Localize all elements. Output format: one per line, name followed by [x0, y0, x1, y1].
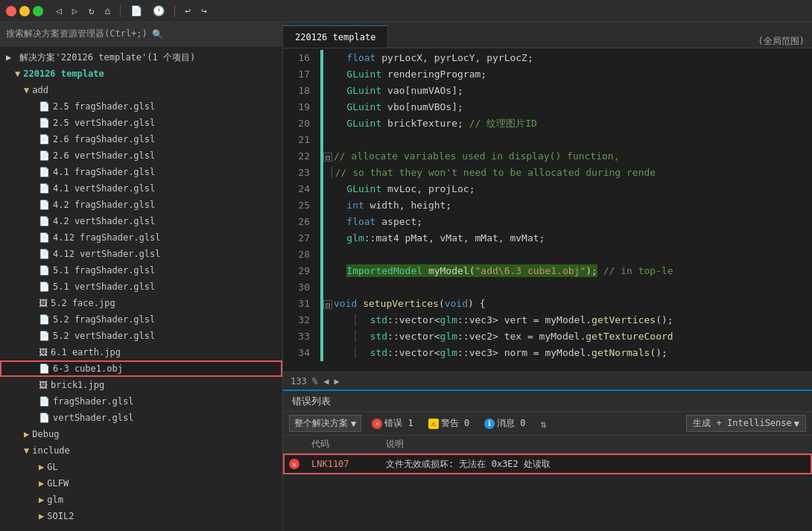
line-num: 19	[283, 99, 310, 115]
file-icon: 📄	[39, 331, 50, 341]
list-item[interactable]: 📄 4.2 fragShader.glsl	[0, 197, 282, 213]
file-icon: 📄	[39, 101, 50, 112]
filter-label: 整个解决方案	[294, 417, 348, 430]
file-icon: 📄	[39, 314, 50, 325]
tree-item-glm[interactable]: ▶ glm	[0, 492, 282, 508]
home-btn[interactable]: ⌂	[101, 4, 114, 18]
line-num: 16	[283, 50, 310, 66]
file-btn[interactable]: 📄	[127, 4, 146, 18]
editor-area: 220126 template (全局范围) 16 17 18 19 20	[283, 22, 812, 531]
list-item[interactable]: 📄 2.5 vertShader.glsl	[0, 115, 282, 131]
col-header-desc[interactable]: 说明	[380, 436, 812, 453]
tree-item-add[interactable]: ▼ add	[0, 82, 282, 98]
clock-btn[interactable]: 🕐	[149, 4, 168, 18]
file-label: 2.6 vertShader.glsl	[53, 150, 155, 161]
code-line: ⊟void setupVertices(void) {	[323, 296, 812, 312]
line-num: 17	[283, 66, 310, 83]
refresh-btn[interactable]: ↻	[85, 4, 98, 18]
file-label: vertShader.glsl	[53, 413, 133, 423]
collapse-btn[interactable]: ⊟	[323, 153, 332, 162]
col-desc-label: 说明	[386, 438, 404, 451]
code-line: int width, height;	[323, 197, 812, 214]
error-row-icon: ✕	[283, 459, 305, 469]
build-chevron-icon: ▼	[794, 419, 799, 429]
file-label: 2.5 vertShader.glsl	[53, 118, 155, 128]
list-item[interactable]: 📄 5.2 fragShader.glsl	[0, 311, 282, 328]
list-item[interactable]: 📄 5.2 vertShader.glsl	[0, 328, 282, 344]
list-item[interactable]: 📄 4.2 vertShader.glsl	[0, 213, 282, 229]
error-badge[interactable]: ✕ 错误 1	[367, 416, 417, 431]
maximize-btn[interactable]	[33, 6, 43, 16]
error-filter-dropdown[interactable]: 整个解决方案 ▼	[289, 415, 361, 432]
list-item[interactable]: 📄 2.6 fragShader.glsl	[0, 131, 282, 147]
error-row-desc: 文件无效或损坏: 无法在 0x3E2 处读取	[380, 458, 812, 471]
error-row[interactable]: ✕ LNK1107 文件无效或损坏: 无法在 0x3E2 处读取	[283, 454, 812, 474]
main-area: 搜索解决方案资源管理器(Ctrl+;) 🔍 ▶ 解决方案'220126 temp…	[0, 22, 812, 531]
code-line	[323, 247, 812, 263]
list-item[interactable]: 📄 4.1 vertShader.glsl	[0, 180, 282, 197]
list-item[interactable]: 📄 2.5 fragShader.glsl	[0, 98, 282, 115]
tree-item-glfw[interactable]: ▶ GLFW	[0, 475, 282, 492]
list-item[interactable]: 📄 4.1 fragShader.glsl	[0, 164, 282, 180]
line-num: 22	[283, 148, 310, 165]
collapse-btn2[interactable]: ⊟	[323, 300, 332, 309]
tree-item-include[interactable]: ▼ include	[0, 442, 282, 459]
redo-btn[interactable]: ↪	[197, 4, 211, 18]
glm-folder-label: glm	[47, 495, 63, 505]
code-line: GLuint brickTexture; // 纹理图片ID	[323, 115, 812, 132]
glm-folder-icon: ▶	[39, 495, 44, 505]
solution-item[interactable]: ▶ 解决方案'220126 template'(1 个项目)	[0, 49, 282, 66]
tree-item-gl[interactable]: ▶ GL	[0, 459, 282, 475]
project-item[interactable]: ▼ 220126 template	[0, 66, 282, 82]
list-item[interactable]: 📄 2.6 vertShader.glsl	[0, 147, 282, 164]
error-desc-text: 文件无效或损坏: 无法在 0x3E2 处读取	[386, 458, 551, 471]
close-btn[interactable]	[6, 6, 16, 16]
tree-item-debug[interactable]: ▶ Debug	[0, 426, 282, 442]
sidebar-search-bar[interactable]: 搜索解决方案资源管理器(Ctrl+;) 🔍	[0, 22, 282, 46]
back-btn[interactable]: ◁	[52, 4, 66, 18]
warn-count-label: 警告 0	[441, 417, 469, 430]
include-folder-icon: ▼	[24, 445, 29, 456]
list-item[interactable]: 🖼 5.2 face.jpg	[0, 295, 282, 311]
list-item[interactable]: 📄 4.12 vertShader.glsl	[0, 246, 282, 262]
tab-main[interactable]: 220126 template	[283, 25, 388, 48]
code-line	[323, 279, 812, 296]
list-item[interactable]: 📄 vertShader.glsl	[0, 410, 282, 426]
line-num: 23	[283, 165, 310, 181]
filter-sort-icon[interactable]: ⇅	[536, 416, 551, 431]
list-item[interactable]: 📄 5.1 fragShader.glsl	[0, 262, 282, 279]
line-num: 18	[283, 83, 310, 99]
file-label: 5.1 fragShader.glsl	[53, 265, 155, 276]
gl-folder-icon: ▶	[39, 462, 44, 472]
list-item[interactable]: 📄 4.12 fragShader.glsl	[0, 229, 282, 246]
warn-icon: ⚠	[428, 419, 439, 429]
file-label: 5.2 fragShader.glsl	[53, 314, 155, 325]
col-header-code[interactable]: 代码	[305, 436, 380, 453]
code-line: │ std::vector<glm::vec3> vert = myModel.…	[323, 312, 812, 328]
selected-file-item[interactable]: 📄 6-3 cube1.obj	[0, 360, 282, 377]
code-editor[interactable]: 16 17 18 19 20 21 22 23 24 25 26 27 28 2…	[283, 48, 812, 389]
forward-btn[interactable]: ▷	[69, 4, 82, 18]
list-item[interactable]: 🖼 6.1 earth.jpg	[0, 344, 282, 360]
tree-item-soil2[interactable]: ▶ SOIL2	[0, 508, 282, 524]
undo-btn[interactable]: ↩	[181, 4, 194, 18]
info-badge[interactable]: ℹ 消息 0	[480, 416, 530, 431]
list-item[interactable]: 📄 fragShader.glsl	[0, 393, 282, 410]
error-panel-toolbar: 整个解决方案 ▼ ✕ 错误 1 ⚠ 警告 0 ℹ	[283, 412, 812, 436]
code-line: GLuint mvLoc, projLoc;	[323, 181, 812, 197]
build-button[interactable]: 生成 + IntelliSense ▼	[686, 415, 806, 432]
line-num: 27	[283, 230, 310, 247]
minimize-btn[interactable]	[19, 6, 30, 16]
file-label: 4.12 vertShader.glsl	[53, 249, 161, 259]
warn-badge[interactable]: ⚠ 警告 0	[424, 416, 474, 431]
solution-label-text: 解决方案'220126 template'(1 个项目)	[19, 51, 195, 64]
error-table-header: 代码 说明	[283, 436, 812, 454]
col-code-label: 代码	[311, 438, 329, 451]
search-icon[interactable]: 🔍	[152, 29, 163, 39]
glfw-folder-label: GLFW	[47, 478, 69, 489]
list-item[interactable]: 🖼 brick1.jpg	[0, 377, 282, 393]
scroll-arrows[interactable]: ◀ ▶	[323, 376, 340, 387]
list-item[interactable]: 📄 5.1 vertShader.glsl	[0, 279, 282, 295]
file-label: 2.6 fragShader.glsl	[53, 134, 155, 144]
debug-folder-label: Debug	[32, 429, 59, 439]
